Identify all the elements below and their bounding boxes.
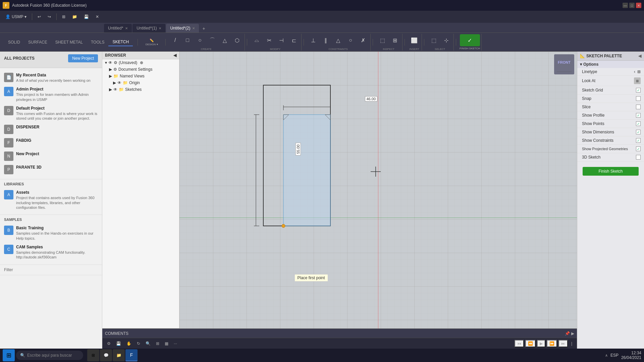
root-eye-icon[interactable]: 👁 [108, 60, 112, 65]
close-file-button[interactable]: ✕ [93, 13, 102, 20]
playback-start[interactable]: ⏮ [515, 340, 524, 347]
show-projected-checkbox[interactable]: ✓ [636, 146, 641, 151]
constraint-5[interactable]: ✗ [357, 34, 369, 47]
finish-sketch-toolbar-btn[interactable]: ✓ [460, 34, 480, 46]
tab-untitled1[interactable]: Untitled* ✕ [104, 24, 132, 33]
start-button[interactable]: ⊞ [3, 349, 15, 361]
mode-sheet-metal[interactable]: SHEET METAL [51, 39, 87, 46]
new-project-item[interactable]: N New Project [4, 149, 98, 163]
taskbar-fusion[interactable]: F [125, 349, 138, 361]
tab-3-close[interactable]: ✕ [192, 26, 195, 30]
constraint-2[interactable]: ∥ [320, 34, 332, 47]
playback-prev[interactable]: ⏪ [525, 340, 536, 347]
extend-button[interactable]: ⊣ [275, 34, 287, 47]
constraint-1[interactable]: ⊥ [307, 34, 319, 47]
status-settings-btn[interactable]: ⚙ [105, 341, 113, 347]
playback-end[interactable]: ⏭ [558, 340, 568, 347]
mode-tools[interactable]: TOOLS [87, 39, 108, 46]
playback-play[interactable]: ▶ [537, 340, 545, 347]
show-constraints-checkbox[interactable]: ✓ [636, 138, 641, 143]
new-tab-button[interactable]: + [200, 24, 208, 33]
palette-collapse-icon[interactable]: ◀ [638, 54, 641, 58]
arc-button[interactable]: ⌒ [206, 34, 218, 47]
design-dropdown[interactable]: ✏️ DESIGN ▾ [140, 36, 163, 49]
poly-button[interactable]: ⬡ [231, 34, 243, 47]
show-points-checkbox[interactable]: ✓ [636, 121, 641, 126]
comments-collapse-icon[interactable]: ▶ [571, 331, 574, 336]
status-more-btn[interactable]: ··· [172, 341, 179, 347]
linetype-next-icon[interactable]: ⊞ [637, 69, 641, 74]
circle-button[interactable]: ○ [194, 34, 206, 47]
browser-origin[interactable]: ▶ 👁 📁 Origin [102, 79, 179, 86]
tab-untitled3[interactable]: Untitled*(2) ✕ [166, 24, 199, 33]
canvas-area[interactable]: 46.00 55.00 Place first point FRONT [179, 52, 577, 328]
systray-icons[interactable]: ∧ [605, 353, 608, 358]
show-dimensions-checkbox[interactable]: ✓ [636, 130, 641, 134]
mode-solid[interactable]: SOLID [4, 39, 24, 46]
new-project-button[interactable]: New Project [68, 54, 98, 62]
insert-1[interactable]: ⬜ [408, 34, 420, 47]
sketch-grid-checkbox[interactable]: ✓ [636, 88, 641, 93]
assets-item[interactable]: A Assets Project that contains assets us… [4, 188, 98, 212]
linetype-prev-icon[interactable]: ‹ [634, 69, 635, 74]
status-orbit-btn[interactable]: ↻ [135, 341, 142, 347]
constraint-3[interactable]: △ [332, 34, 344, 47]
minimize-button[interactable]: — [623, 3, 628, 8]
admin-project-item[interactable]: A Admin Project This project is for team… [4, 85, 98, 104]
root-gear-icon[interactable]: ⚙ [114, 60, 117, 65]
timeline-marker[interactable]: | [569, 341, 574, 347]
mode-sketch[interactable]: SKETCH [108, 38, 133, 46]
show-profile-checkbox[interactable]: ✓ [636, 113, 641, 118]
taskbar-app-1[interactable]: ⊞ [87, 349, 99, 361]
status-save-btn[interactable]: 💾 [114, 341, 123, 347]
fabdig-item[interactable]: F FABDIG [4, 136, 98, 149]
options-section[interactable]: ▾ Options [577, 61, 644, 68]
constraint-4[interactable]: ○ [344, 34, 357, 47]
cam-samples-item[interactable]: C CAM Samples Samples demonstrating CAM … [4, 243, 98, 262]
browser-sketches[interactable]: ▶ 👁 📁 Sketches [102, 86, 179, 93]
playback-next[interactable]: ⏩ [547, 340, 557, 347]
select-1[interactable]: ⬚ [428, 34, 440, 47]
select-2[interactable]: ⊹ [440, 34, 452, 47]
default-project-item[interactable]: D Default Project This comes with Fusion… [4, 104, 98, 123]
offset-button[interactable]: ⊏ [288, 34, 300, 47]
inspect-2[interactable]: ⊞ [389, 34, 401, 47]
slice-checkbox[interactable] [636, 105, 641, 109]
comments-pin-icon[interactable]: 📌 [565, 331, 570, 336]
fillet-button[interactable]: ⌓ [251, 34, 263, 47]
status-grid-btn[interactable]: ▦ [163, 341, 170, 347]
recent-data-item[interactable]: 📄 My Recent Data A list of what you've r… [4, 71, 98, 85]
inspect-1[interactable]: ⬚ [376, 34, 388, 47]
save-button[interactable]: 💾 [81, 13, 92, 20]
finish-sketch-button[interactable]: Finish Sketch [583, 167, 639, 176]
root-plus-icon[interactable]: ⊕ [140, 60, 143, 65]
redo-button[interactable]: ↪ [45, 13, 54, 20]
3d-sketch-checkbox[interactable] [636, 155, 641, 160]
tab-1-close[interactable]: ✕ [125, 26, 128, 30]
maximize-button[interactable]: □ [629, 3, 635, 8]
snap-checkbox[interactable] [636, 96, 641, 101]
trim-button[interactable]: ✂ [263, 34, 275, 47]
line-button[interactable]: / [169, 34, 181, 47]
close-button[interactable]: ✕ [636, 3, 641, 8]
folder-button[interactable]: 📁 [69, 13, 80, 20]
taskbar-app-2[interactable]: 💬 [100, 349, 112, 361]
parante-item[interactable]: P PARANTE 3D [4, 163, 98, 176]
dispenser-item[interactable]: D DISPENSER [4, 123, 98, 136]
grid-view-button[interactable]: ⊞ [59, 13, 68, 20]
tab-2-close[interactable]: ✕ [159, 26, 161, 30]
tab-untitled2[interactable]: Untitled*(1) ✕ [132, 24, 165, 33]
browser-root[interactable]: ▾ 👁 ⚙ (Unsaved) ⊕ [102, 59, 179, 66]
triangle-button[interactable]: △ [219, 34, 231, 47]
mode-surface[interactable]: SURFACE [24, 39, 51, 46]
taskbar-app-3[interactable]: 📁 [113, 349, 125, 361]
undo-button[interactable]: ↩ [35, 13, 44, 20]
status-zoom-btn[interactable]: 🔍 [144, 341, 153, 347]
rect-button[interactable]: □ [181, 34, 194, 47]
menu-usmp[interactable]: 👤 USMP ▾ [3, 13, 29, 20]
basic-training-item[interactable]: B Basic Training Samples used in the Han… [4, 224, 98, 243]
origin-eye-icon[interactable]: 👁 [117, 80, 121, 85]
status-pan-btn[interactable]: ✋ [124, 341, 133, 347]
look-at-button[interactable]: ⊞ [634, 77, 641, 84]
browser-named-views[interactable]: ▶ 📁 Named Views [102, 73, 179, 79]
